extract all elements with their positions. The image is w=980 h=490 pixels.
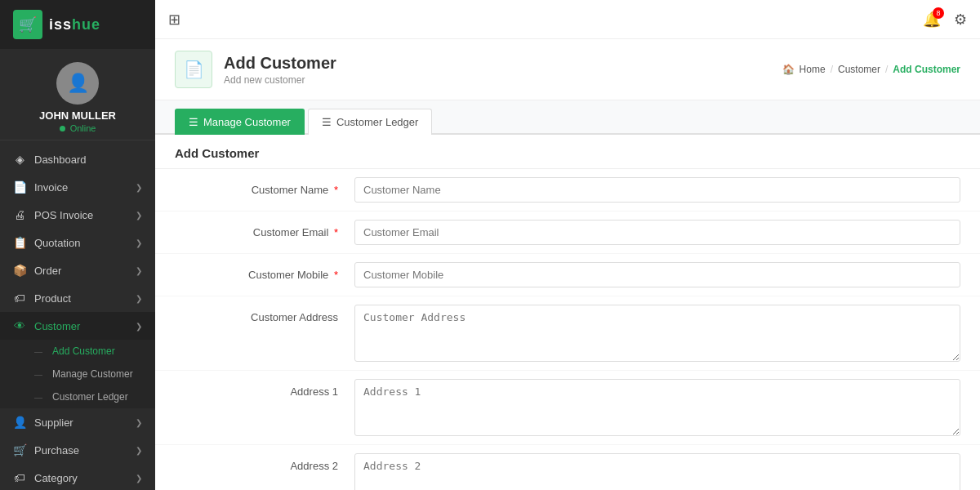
sidebar-item-pos-invoice[interactable]: 🖨 POS Invoice ❯: [0, 201, 155, 229]
textarea-customer-address[interactable]: [354, 305, 960, 362]
bell-wrap[interactable]: 🔔 8: [923, 11, 941, 29]
form-row-customer-address: Customer Address: [155, 296, 980, 371]
form-row-address-2: Address 2: [155, 445, 980, 490]
customer-icon: 👁: [13, 319, 26, 332]
page-icon: 📄: [175, 51, 212, 88]
category-icon: 🏷: [13, 471, 26, 484]
chevron-icon: ❯: [136, 211, 142, 220]
breadcrumb: 🏠 Home / Customer / Add Customer: [782, 64, 960, 75]
sidebar-item-label: Quotation: [34, 237, 127, 249]
purchase-icon: 🛒: [13, 443, 26, 457]
textarea-address-1[interactable]: [354, 379, 960, 436]
breadcrumb-home[interactable]: Home: [800, 64, 826, 75]
sidebar-item-category[interactable]: 🏷 Category ❯: [0, 464, 155, 490]
nav-menu: ◈ Dashboard 📄 Invoice ❯ 🖨 POS Invoice ❯ …: [0, 140, 155, 490]
breadcrumb-sep: /: [885, 64, 888, 75]
tab-manage-customer[interactable]: ☰ Manage Customer: [175, 109, 305, 135]
page-header-left: 📄 Add Customer Add new customer: [175, 51, 336, 88]
breadcrumb-sep: /: [831, 64, 833, 75]
sidebar-item-label: Category: [34, 472, 127, 484]
main-area: ⊞ 🔔 8 ⚙ 📄 Add Customer Add new customer …: [155, 0, 980, 490]
sidebar-item-invoice[interactable]: 📄 Invoice ❯: [0, 173, 155, 201]
breadcrumb-customer[interactable]: Customer: [838, 64, 880, 75]
tabs-bar: ☰ Manage Customer ☰ Customer Ledger: [155, 100, 980, 135]
home-icon: 🏠: [782, 64, 795, 75]
status-dot: [60, 126, 65, 131]
chevron-icon: ❯: [136, 294, 142, 303]
sidebar-item-dashboard[interactable]: ◈ Dashboard: [0, 145, 155, 173]
chevron-icon: ❯: [136, 446, 142, 455]
chevron-icon: ❯: [136, 183, 142, 192]
tab-customer-ledger[interactable]: ☰ Customer Ledger: [308, 109, 432, 135]
label-customer-name: Customer Name *: [175, 177, 354, 196]
sidebar-item-order[interactable]: 📦 Order ❯: [0, 256, 155, 284]
sidebar-item-label: Invoice: [34, 181, 127, 194]
sidebar-logo[interactable]: 🛒 isshue: [0, 0, 155, 49]
chevron-icon: ❯: [136, 418, 142, 427]
pos-icon: 🖨: [13, 208, 26, 221]
sidebar-item-label: POS Invoice: [34, 209, 127, 221]
required-star: *: [334, 184, 338, 196]
sidebar-item-label: Customer: [34, 320, 127, 332]
submenu-item-customer-ledger[interactable]: Customer Ledger: [0, 385, 155, 408]
tab-icon: ☰: [322, 116, 332, 128]
label-address-1: Address 1: [175, 379, 354, 398]
label-customer-mobile: Customer Mobile *: [175, 262, 354, 281]
page-title: Add Customer: [224, 54, 336, 73]
user-profile: 👤 JOHN MULLER Online: [0, 49, 155, 140]
sidebar-item-label: Dashboard: [34, 154, 142, 166]
form-row-customer-mobile: Customer Mobile *: [155, 254, 980, 296]
required-star: *: [334, 269, 338, 281]
topbar: ⊞ 🔔 8 ⚙: [155, 0, 980, 39]
page-subtitle: Add new customer: [224, 74, 336, 86]
supplier-icon: 👤: [13, 416, 26, 429]
sidebar-item-quotation[interactable]: 📋 Quotation ❯: [0, 229, 155, 256]
chevron-icon: ❯: [136, 474, 142, 483]
bell-badge: 8: [933, 7, 944, 19]
page-title-group: Add Customer Add new customer: [224, 54, 336, 86]
sidebar-item-customer[interactable]: 👁 Customer ❯: [0, 312, 155, 340]
sidebar-item-label: Order: [34, 265, 127, 277]
sidebar-item-label: Product: [34, 292, 127, 305]
chevron-icon: ❯: [136, 266, 142, 275]
invoice-icon: 📄: [13, 180, 26, 194]
tab-icon: ☰: [189, 116, 198, 128]
sidebar-item-purchase[interactable]: 🛒 Purchase ❯: [0, 436, 155, 464]
input-customer-name[interactable]: [354, 177, 960, 203]
user-name: JOHN MULLER: [39, 109, 116, 122]
form-section: Add Customer Customer Name * Customer Em…: [155, 135, 980, 490]
chevron-down-icon: ❯: [136, 322, 142, 331]
form-row-customer-name: Customer Name *: [155, 169, 980, 212]
product-icon: 🏷: [13, 292, 26, 305]
breadcrumb-current: Add Customer: [893, 64, 960, 75]
chevron-icon: ❯: [136, 238, 142, 247]
content-area: 📄 Add Customer Add new customer 🏠 Home /…: [155, 39, 980, 490]
order-icon: 📦: [13, 264, 26, 277]
gear-icon[interactable]: ⚙: [954, 11, 967, 29]
required-star: *: [334, 226, 338, 238]
quotation-icon: 📋: [13, 236, 26, 249]
logo-icon: 🛒: [13, 10, 42, 39]
input-customer-email[interactable]: [354, 220, 960, 245]
sidebar-item-label: Supplier: [34, 416, 127, 429]
sidebar-item-label: Purchase: [34, 444, 127, 457]
page-header: 📄 Add Customer Add new customer 🏠 Home /…: [155, 39, 980, 100]
sidebar-item-product[interactable]: 🏷 Product ❯: [0, 284, 155, 312]
customer-submenu: Add Customer Manage Customer Customer Le…: [0, 340, 155, 408]
label-address-2: Address 2: [175, 453, 354, 472]
submenu-item-add-customer[interactable]: Add Customer: [0, 340, 155, 363]
input-customer-mobile[interactable]: [354, 262, 960, 287]
sidebar-item-supplier[interactable]: 👤 Supplier ❯: [0, 408, 155, 436]
label-customer-address: Customer Address: [175, 305, 354, 323]
label-customer-email: Customer Email *: [175, 220, 354, 238]
dashboard-icon: ◈: [13, 153, 26, 166]
form-section-title: Add Customer: [155, 135, 980, 169]
user-status: Online: [60, 123, 96, 133]
form-row-customer-email: Customer Email *: [155, 212, 980, 254]
topbar-right: 🔔 8 ⚙: [923, 11, 967, 29]
sidebar: 🛒 isshue 👤 JOHN MULLER Online ◈ Dashboar…: [0, 0, 155, 490]
submenu-item-manage-customer[interactable]: Manage Customer: [0, 363, 155, 385]
logo-text: isshue: [49, 16, 100, 33]
textarea-address-2[interactable]: [354, 453, 960, 490]
grid-menu-icon[interactable]: ⊞: [168, 11, 180, 29]
